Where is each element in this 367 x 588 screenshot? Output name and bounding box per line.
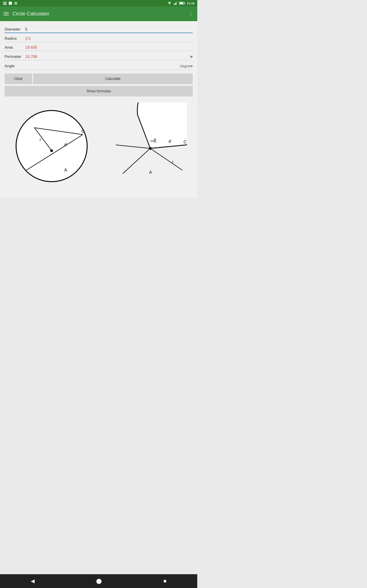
more-options-button[interactable]: ⋮ (188, 11, 194, 17)
svg-text:A: A (3, 1, 6, 5)
perimeter-dropdown-arrow: ▾ (191, 54, 193, 59)
perimeter-label: Perimeter (5, 54, 25, 59)
perimeter-field-row: Perimeter 15.708 l ▾ (5, 52, 193, 61)
angle-content: Degree ▾ (25, 64, 193, 69)
svg-text:d: d (64, 142, 67, 147)
circle-svg: r C d A (10, 103, 93, 190)
angle-field-row: Angle Degree ▾ (5, 61, 193, 70)
clear-button[interactable]: Clear (5, 73, 32, 84)
sector-svg: α C d r A (104, 103, 187, 190)
svg-text:A: A (149, 170, 152, 174)
wifi-icon (167, 2, 172, 5)
angle-input[interactable] (25, 64, 102, 69)
area-field-row: Area 19.635 (5, 43, 193, 51)
radius-label: Radius (5, 36, 25, 41)
sector-diagram: α C d r A (104, 103, 187, 190)
svg-text:C: C (81, 129, 84, 134)
app-icon-3 (14, 1, 18, 5)
angle-unit-label: Degree (180, 64, 191, 68)
area-value: 19.635 (25, 45, 37, 50)
app-icon-1: A (3, 1, 7, 5)
svg-rect-7 (175, 3, 175, 5)
svg-marker-5 (168, 2, 171, 3)
svg-text:r: r (172, 160, 174, 164)
angle-unit-dropdown[interactable]: Degree ▾ (180, 64, 193, 69)
diagrams-row: r C d A α (5, 100, 193, 194)
perimeter-value: 15.708 (25, 54, 37, 59)
svg-point-13 (16, 111, 87, 182)
app-icon-2 (8, 1, 12, 5)
svg-rect-12 (179, 2, 183, 4)
main-content: Diameter Radius 2.5 Area 19.635 Perimete… (0, 21, 197, 198)
svg-text:α: α (154, 137, 156, 142)
svg-text:d: d (169, 139, 171, 144)
angle-dropdown-arrow: ▾ (191, 64, 193, 69)
svg-text:r: r (40, 137, 41, 142)
area-label: Area (5, 45, 25, 50)
svg-line-23 (123, 148, 150, 174)
show-formulas-button[interactable]: Show formulas (5, 86, 193, 96)
signal-icon (174, 2, 177, 5)
calculate-button[interactable]: Calculate (33, 73, 193, 84)
angle-label: Angle (5, 64, 25, 69)
svg-rect-8 (175, 2, 176, 5)
radius-value: 2.5 (25, 36, 31, 41)
status-bar-right: 11:16 (167, 2, 194, 5)
perimeter-content: 15.708 l ▾ (25, 54, 193, 59)
status-bar-left: A (3, 1, 18, 5)
battery-icon (179, 2, 185, 5)
circle-diagram: r C d A (10, 103, 93, 190)
svg-line-22 (150, 148, 182, 170)
svg-rect-11 (184, 3, 185, 4)
perimeter-unit-dropdown[interactable]: l ▾ (190, 54, 193, 59)
diameter-field-row: Diameter (5, 25, 193, 33)
menu-button[interactable] (4, 12, 9, 15)
status-bar: A 11:16 (0, 0, 197, 6)
svg-point-25 (149, 147, 152, 150)
svg-rect-9 (176, 2, 177, 5)
app-title: Circle Calculator (12, 11, 188, 17)
svg-text:A: A (64, 168, 67, 172)
time-display: 11:16 (187, 2, 194, 5)
app-bar: Circle Calculator ⋮ (0, 6, 197, 21)
svg-rect-2 (9, 2, 12, 5)
svg-line-24 (116, 145, 150, 148)
buttons-row: Clear Calculate (5, 73, 193, 84)
radius-field-row: Radius 2.5 (5, 34, 193, 42)
svg-text:C: C (184, 140, 186, 144)
svg-rect-6 (174, 4, 174, 5)
diameter-label: Diameter (5, 27, 25, 32)
svg-point-3 (14, 2, 17, 5)
diameter-input[interactable] (25, 27, 193, 32)
